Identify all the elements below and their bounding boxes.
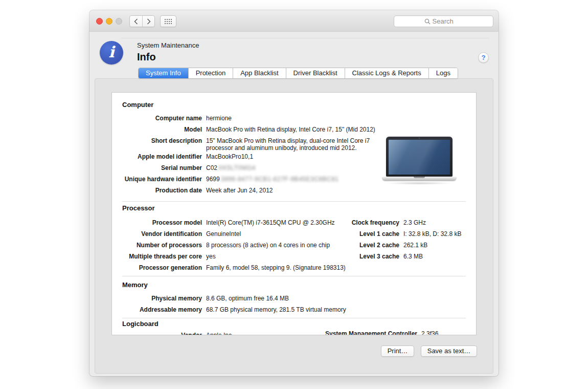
question-mark-icon: ? [482,54,486,61]
field-value-text: hermione [206,115,232,122]
field-value: Week after Jun 24, 2012 [206,185,273,194]
info-row: Addressable memory 68.7 GB physical memo… [122,305,409,316]
tab-classic-logs-reports[interactable]: Classic Logs & Reports [345,68,428,78]
tab-logs[interactable]: Logs [428,68,458,78]
save-as-text-button[interactable]: Save as text… [421,345,477,357]
field-label: Vendor identification [122,229,202,237]
grid-view-button[interactable] [160,15,176,27]
info-row: Production date Week after Jun 24, 2012 [122,185,409,197]
field-value: Intel(R) Core(TM) i7-3615QM CPU @ 2.30GH… [206,218,335,226]
field-value: GenuineIntel [206,229,241,237]
field-value: 6.3 MB [403,251,423,260]
redacted-value: 3896-8477-9CB1-827F-9B45E3C8BC81 [221,176,339,183]
field-label: Number of processors [122,240,202,249]
info-row: Computer name hermione [122,113,409,124]
field-value: I: 32.8 kB, D: 32.8 kB [403,229,461,237]
search-field[interactable] [394,15,493,27]
field-value: Apple Inc. [206,330,233,335]
field-value-text: MacBook Pro with Retina display, Intel C… [206,126,375,133]
field-value-text: 8 processors (8 active) on 4 cores in on… [206,242,330,249]
field-value-text: 2.3 GHz [403,219,426,226]
info-row: Apple model identifier MacBookPro10,1 [122,152,409,163]
field-label: Serial number [122,163,202,171]
field-value: 96993896-8477-9CB1-827F-9B45E3C8BC81 [206,174,339,183]
tab-bar: System InfoProtectionApp BlacklistDriver… [138,68,458,79]
field-value-text: Week after Jun 24, 2012 [206,187,273,194]
field-label: System Management Controller version [306,330,417,335]
field-label: Processor generation [122,263,202,271]
field-value-text: Apple Inc. [206,332,233,335]
search-input[interactable] [433,17,463,25]
field-value: 8 processors (8 active) on 4 cores in on… [206,240,330,249]
minimize-button[interactable] [106,18,112,25]
back-button[interactable] [130,16,142,27]
info-row: Serial number C02XK5LT0MG4 [122,163,409,174]
app-name: System Maintenance [137,41,199,49]
print-button[interactable]: Print… [381,345,414,357]
field-value: yes [206,251,216,260]
info-row: Model MacBook Pro with Retina display, I… [122,124,409,136]
field-label: Level 1 cache [343,229,399,237]
tab-app-blacklist[interactable]: App Blacklist [233,68,285,78]
field-value: 15" MacBook Pro with Retina display, dua… [206,136,395,152]
info-row: Clock frequency 2.3 GHz [343,218,476,229]
field-label: Apple model identifier [122,152,202,160]
section-title-computer: Computer [122,101,153,109]
forward-button[interactable] [142,16,154,27]
macbook-illustration-icon [382,137,457,186]
tab-system-info[interactable]: System Info [139,68,188,78]
smc-version-row: System Management Controller version 2.3… [306,330,438,335]
section-divider [122,201,466,202]
toolbar-divider [121,38,489,38]
field-label: Unique hardware identifier [122,174,202,183]
field-value: 8.6 GB, optimum free 16.4 MB [206,293,289,302]
tab-protection[interactable]: Protection [188,68,233,78]
field-value-text: 15" MacBook Pro with Retina display, dua… [206,137,370,152]
info-i-glyph: i [108,45,114,60]
field-value-text: 68.7 GB physical memory, 281.5 TB virtua… [206,306,346,313]
field-value: MacBookPro10,1 [206,152,253,160]
field-value: hermione [206,113,232,122]
title-bar [89,10,499,32]
field-label: Multiple threads per core [122,251,202,260]
info-row: Short description 15" MacBook Pro with R… [122,136,409,152]
chevron-right-icon [147,18,151,25]
field-value: 2.3f36 [421,330,438,335]
field-value-text: 262.1 kB [403,242,427,249]
field-value-text: MacBookPro10,1 [206,153,253,160]
field-value: C02XK5LT0MG4 [206,163,256,171]
close-button[interactable] [96,18,103,25]
field-value-text: C02 [206,164,217,171]
computer-rows: Computer name hermione Model MacBook Pro… [122,113,409,197]
field-value-text: yes [206,253,216,260]
zoom-button[interactable] [116,18,122,25]
info-row: Level 3 cache 6.3 MB [343,251,476,263]
field-value: 262.1 kB [403,240,427,249]
tab-driver-blacklist[interactable]: Driver Blacklist [286,68,345,78]
field-value-text: I: 32.8 kB, D: 32.8 kB [403,230,461,237]
redacted-value: XK5LT0MG4 [218,164,256,171]
section-divider [122,318,466,318]
field-value-text: 8.6 GB, optimum free 16.4 MB [206,295,289,302]
system-info-box: Computer Computer name hermione Model Ma… [111,92,477,335]
field-label: Production date [122,185,202,194]
field-value: 68.7 GB physical memory, 281.5 TB virtua… [206,305,346,313]
field-label: Physical memory [122,293,202,302]
help-button[interactable]: ? [478,52,489,63]
field-label: Vendor [122,330,202,335]
section-title-memory: Memory [122,281,148,289]
field-label: Computer name [122,113,202,122]
info-row: Processor generation Family 6, model 58,… [122,263,409,274]
field-label: Model [122,124,202,133]
chevron-left-icon [134,18,138,25]
page-title: Info [137,51,156,63]
field-value-text: Family 6, model 58, stepping 9. (Signatu… [206,264,346,271]
field-label: Clock frequency [343,218,399,226]
info-row: Level 2 cache 262.1 kB [343,240,476,251]
processor-cache-rows: Clock frequency 2.3 GHz Level 1 cache I:… [343,218,476,263]
info-row: Unique hardware identifier 96993896-8477… [122,174,409,185]
field-value: MacBook Pro with Retina display, Intel C… [206,124,375,133]
app-grid-icon [165,19,172,24]
field-value: Family 6, model 58, stepping 9. (Signatu… [206,263,346,271]
field-label: Level 3 cache [343,251,399,260]
